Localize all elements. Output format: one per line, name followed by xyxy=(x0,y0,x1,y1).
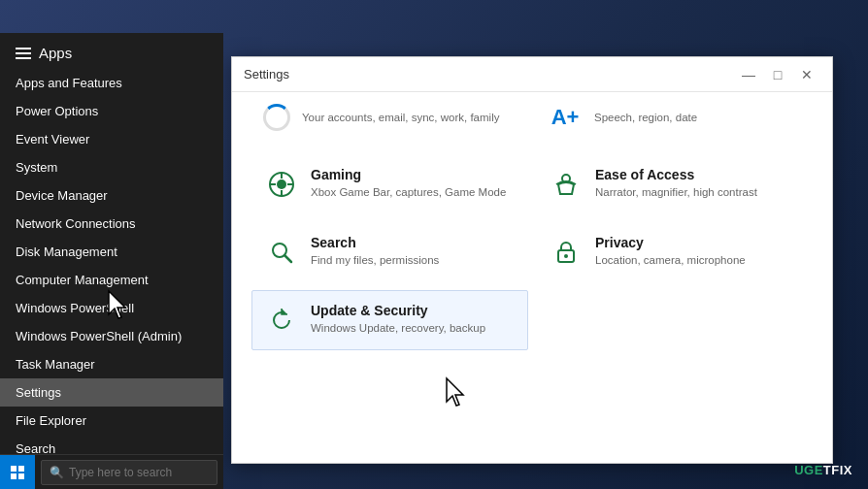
settings-text-gaming: GamingXbox Game Bar, captures, Game Mode xyxy=(311,167,506,200)
settings-title-update-security: Update & Security xyxy=(311,303,485,318)
svg-rect-3 xyxy=(18,473,24,479)
watermark: UGETFIX xyxy=(794,463,852,477)
settings-title-search: Search xyxy=(311,235,439,250)
accounts-text: Your accounts, email, sync, work, family xyxy=(302,112,499,123)
minimize-button[interactable]: — xyxy=(735,63,762,86)
settings-text-privacy: PrivacyLocation, camera, microphone xyxy=(595,235,746,268)
taskbar-search-icon: 🔍 xyxy=(50,466,64,479)
svg-rect-2 xyxy=(11,473,17,479)
settings-sub-ease-of-access: Narrator, magnifier, high contrast xyxy=(595,184,757,200)
watermark-tfix: TFIX xyxy=(823,463,852,477)
language-sub: Speech, region, date xyxy=(594,112,697,123)
svg-point-10 xyxy=(564,254,568,258)
settings-window: Settings — □ ✕ Your accounts, email, syn… xyxy=(231,56,833,464)
language-icon-text: A+ xyxy=(551,105,580,130)
hamburger-menu[interactable] xyxy=(16,48,31,59)
svg-line-8 xyxy=(284,255,291,262)
settings-top-partial: Your accounts, email, sync, work, family… xyxy=(232,92,832,139)
ease-settings-icon xyxy=(549,167,584,202)
watermark-uge: UGE xyxy=(794,463,823,477)
menu-item-network-connections[interactable]: Network Connections xyxy=(0,210,223,238)
settings-title-privacy: Privacy xyxy=(595,235,746,250)
settings-content: GamingXbox Game Bar, captures, Game Mode… xyxy=(232,139,832,463)
menu-item-computer-management[interactable]: Computer Management xyxy=(0,266,223,294)
menu-item-file-explorer[interactable]: File Explorer xyxy=(0,407,223,435)
language-icon: A+ xyxy=(548,105,583,130)
update-settings-icon xyxy=(264,303,299,338)
menu-item-disk-management[interactable]: Disk Management xyxy=(0,238,223,266)
settings-item-update-security[interactable]: Update & SecurityWindows Update, recover… xyxy=(251,290,528,350)
window-titlebar: Settings — □ ✕ xyxy=(232,57,832,92)
settings-text-update-security: Update & SecurityWindows Update, recover… xyxy=(311,303,485,336)
search-settings-icon xyxy=(264,235,299,270)
close-button[interactable]: ✕ xyxy=(793,63,820,86)
settings-sub-gaming: Xbox Game Bar, captures, Game Mode xyxy=(311,184,506,200)
svg-rect-0 xyxy=(11,466,17,472)
settings-sub-search: Find my files, permissions xyxy=(311,252,439,268)
settings-title-ease-of-access: Ease of Access xyxy=(595,167,757,182)
settings-text-ease-of-access: Ease of AccessNarrator, magnifier, high … xyxy=(595,167,757,200)
menu-item-task-manager[interactable]: Task Manager xyxy=(0,350,223,378)
window-title: Settings xyxy=(244,67,289,82)
accounts-sub: Your accounts, email, sync, work, family xyxy=(302,112,499,123)
settings-sub-update-security: Windows Update, recovery, backup xyxy=(311,320,485,336)
menu-item-settings[interactable]: Settings xyxy=(0,378,223,407)
settings-text-search: SearchFind my files, permissions xyxy=(311,235,439,268)
settings-item-privacy[interactable]: PrivacyLocation, camera, microphone xyxy=(536,222,813,282)
svg-rect-1 xyxy=(18,466,24,472)
apps-label: Apps xyxy=(39,45,72,61)
taskbar: 🔍 xyxy=(0,454,223,489)
menu-item-device-manager[interactable]: Device Manager xyxy=(0,181,223,210)
taskbar-search-input[interactable] xyxy=(69,466,209,479)
settings-item-search[interactable]: SearchFind my files, permissions xyxy=(251,222,528,282)
menu-list: Apps and FeaturesPower OptionsEvent View… xyxy=(0,69,223,489)
settings-title-gaming: Gaming xyxy=(311,167,506,182)
maximize-button[interactable]: □ xyxy=(764,63,791,86)
menu-item-apps-features[interactable]: Apps and Features xyxy=(0,69,223,97)
apps-header: Apps xyxy=(0,33,223,69)
taskbar-search-box[interactable]: 🔍 xyxy=(41,460,217,485)
start-button[interactable] xyxy=(0,455,35,490)
accounts-partial-item[interactable]: Your accounts, email, sync, work, family xyxy=(251,96,528,139)
menu-item-event-viewer[interactable]: Event Viewer xyxy=(0,125,223,153)
start-menu: Apps Apps and FeaturesPower OptionsEvent… xyxy=(0,33,223,489)
language-text: Speech, region, date xyxy=(594,112,697,123)
window-controls: — □ ✕ xyxy=(735,63,820,86)
settings-item-gaming[interactable]: GamingXbox Game Bar, captures, Game Mode xyxy=(251,154,528,214)
language-partial-item[interactable]: A+ Speech, region, date xyxy=(536,96,813,139)
svg-point-5 xyxy=(277,179,286,189)
menu-item-system[interactable]: System xyxy=(0,153,223,181)
menu-item-power-options[interactable]: Power Options xyxy=(0,97,223,125)
accounts-spinner-icon xyxy=(263,104,290,131)
gaming-settings-icon xyxy=(264,167,299,202)
menu-item-windows-powershell[interactable]: Windows PowerShell xyxy=(0,294,223,322)
privacy-settings-icon xyxy=(549,235,584,270)
settings-sub-privacy: Location, camera, microphone xyxy=(595,252,746,268)
menu-item-windows-powershell-admin[interactable]: Windows PowerShell (Admin) xyxy=(0,322,223,350)
settings-item-ease-of-access[interactable]: Ease of AccessNarrator, magnifier, high … xyxy=(536,154,813,214)
